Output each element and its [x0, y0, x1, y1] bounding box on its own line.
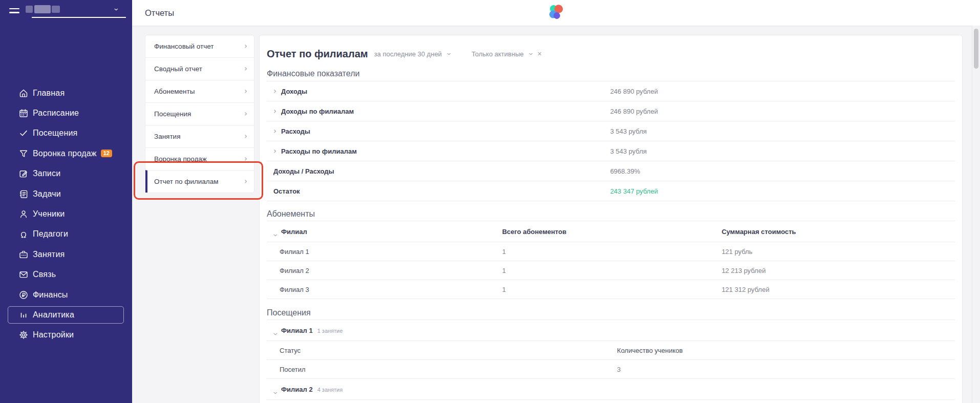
sidebar-item-label: Занятия	[33, 250, 65, 259]
visits-table: › Филиал 1 1 занятие Статус Количество у…	[267, 320, 955, 403]
subscriptions-header-row[interactable]: › Филиал Всего абонементов Суммарная сто…	[267, 221, 955, 242]
reports-menu-item-visits[interactable]: Посещения ›	[145, 102, 254, 125]
sidebar-item-communication[interactable]: Связь	[0, 265, 132, 285]
student-icon	[18, 209, 29, 219]
visits-group-header-branch-2[interactable]: › Филиал 2 4 занятия	[267, 379, 955, 400]
ruble-icon	[18, 290, 29, 300]
sidebar-item-label: Воронка продаж	[33, 149, 97, 158]
section-financial-title: Финансовые показатели	[267, 69, 955, 78]
column-header: Суммарная стоимость	[721, 228, 796, 236]
status-cell: Посетил	[280, 366, 306, 373]
bar-chart-icon	[18, 310, 29, 320]
visits-group-header-branch-1[interactable]: › Филиал 1 1 занятие	[267, 320, 955, 341]
chevron-right-icon: ›	[244, 155, 247, 163]
notebook-icon	[18, 189, 29, 199]
sidebar-item-home[interactable]: Главная	[0, 83, 132, 103]
financial-row-expenses[interactable]: › Расходы 3 543 рубля	[267, 121, 955, 141]
subscriptions-table: › Филиал Всего абонементов Суммарная сто…	[267, 221, 955, 299]
teacher-icon	[18, 229, 29, 239]
reports-menu-item-summary-report[interactable]: Сводный отчет ›	[145, 57, 254, 80]
financial-row-income-by-branch[interactable]: › Доходы по филиалам 246 890 рублей	[267, 101, 955, 121]
row-value: 3 543 рубля	[610, 147, 647, 155]
sidebar-item-attendance[interactable]: Посещения	[0, 123, 132, 143]
status-filter-dropdown[interactable]: Только активные › ×	[472, 50, 542, 58]
sidebar-item-schedule[interactable]: Расписание	[0, 103, 132, 123]
row-label: Расходы	[281, 128, 310, 135]
sidebar-nav: Главная Расписание Посещения Воронка про…	[0, 83, 132, 345]
organization-selector[interactable]: ›	[24, 3, 129, 19]
sidebar-item-teachers[interactable]: Педагоги	[0, 224, 132, 244]
close-icon[interactable]: ×	[538, 50, 542, 58]
reports-menu-item-sales-funnel[interactable]: Воронка продаж ›	[145, 147, 254, 170]
chevron-down-icon: ›	[271, 234, 279, 237]
amount-cell: 121 рубль	[721, 248, 752, 256]
amount-cell: 121 312 рублей	[721, 286, 769, 293]
chevron-right-icon: ›	[244, 110, 247, 118]
column-header: Всего абонементов	[502, 228, 567, 236]
sidebar: › Главная Расписание Посещения	[0, 0, 132, 403]
check-icon	[18, 128, 29, 138]
chevron-right-icon: ›	[244, 88, 247, 95]
sidebar-item-finance[interactable]: Финансы	[0, 285, 132, 305]
row-value: 6968.39%	[610, 167, 641, 175]
chevron-right-icon: ›	[244, 178, 247, 185]
column-header: Статус	[280, 347, 301, 354]
chevron-right-icon: ›	[273, 108, 276, 115]
table-row: Посетил 3	[267, 360, 955, 379]
row-label: Доходы / Расходы	[273, 167, 334, 175]
visits-subheader-row: Статус Количество учеников	[267, 400, 955, 403]
sidebar-item-settings[interactable]: Настройки	[0, 325, 132, 345]
content-area: Финансовый отчет › Сводный отчет › Абоне…	[132, 26, 980, 403]
sidebar-item-students[interactable]: Ученики	[0, 204, 132, 224]
sidebar-item-label: Финансы	[33, 290, 68, 300]
count-cell: 1	[502, 248, 506, 256]
reports-menu-item-classes[interactable]: Занятия ›	[145, 125, 254, 147]
sidebar-item-classes[interactable]: Занятия	[0, 244, 132, 264]
sidebar-item-label: Посещения	[33, 129, 77, 138]
financial-row-expenses-by-branch[interactable]: › Расходы по филиалам 3 543 рубля	[267, 141, 955, 161]
table-row: Филиал 1 1 121 рубль	[267, 242, 955, 261]
funnel-icon	[18, 149, 29, 159]
count-cell: 3	[617, 366, 621, 373]
reports-menu: Финансовый отчет › Сводный отчет › Абоне…	[145, 35, 254, 193]
financial-row-income[interactable]: › Доходы 246 890 рублей	[267, 81, 955, 101]
sidebar-item-label: Связь	[33, 270, 56, 279]
scrollbar-thumb[interactable]	[974, 29, 978, 69]
table-row: Филиал 3 1 121 312 рублей	[267, 280, 955, 299]
home-icon	[18, 88, 29, 98]
menu-item-label: Финансовый отчет	[154, 43, 214, 50]
sidebar-item-label: Ученики	[33, 209, 65, 219]
column-header: Количество учеников	[617, 347, 683, 354]
row-label: Остаток	[273, 187, 300, 195]
sidebar-item-sales-funnel[interactable]: Воронка продаж 12	[0, 143, 132, 163]
period-filter-dropdown[interactable]: за последние 30 дней ›	[374, 50, 450, 58]
report-panel: Отчет по филиалам за последние 30 дней ›…	[259, 35, 963, 403]
reports-menu-item-subscriptions[interactable]: Абонементы ›	[145, 80, 254, 102]
reports-menu-item-branch-report[interactable]: Отчет по филиалам ›	[145, 170, 254, 193]
top-header: Отчеты	[132, 0, 980, 26]
menu-item-label: Сводный отчет	[154, 65, 202, 73]
scrollbar-track[interactable]	[972, 26, 980, 403]
sidebar-item-label: Расписание	[33, 109, 79, 118]
sidebar-item-label: Главная	[33, 89, 65, 98]
mail-icon	[18, 269, 29, 280]
sidebar-item-tasks[interactable]: Задачи	[0, 184, 132, 204]
org-selector-underline	[32, 17, 126, 18]
chevron-right-icon: ›	[244, 133, 247, 140]
sidebar-item-label: Записи	[33, 169, 60, 178]
menu-item-label: Отчет по филиалам	[154, 178, 219, 185]
menu-toggle-button[interactable]	[9, 8, 20, 15]
sidebar-item-records[interactable]: Записи	[0, 164, 132, 184]
chevron-right-icon: ›	[273, 147, 276, 155]
row-label: Доходы	[281, 88, 307, 95]
amount-cell: 12 213 рублей	[721, 267, 765, 274]
sidebar-item-label: Аналитика	[33, 310, 74, 320]
chevron-right-icon: ›	[273, 128, 276, 135]
chevron-down-icon: ›	[112, 8, 120, 11]
reports-menu-item-financial-report[interactable]: Финансовый отчет ›	[145, 35, 254, 57]
chevron-right-icon: ›	[244, 65, 247, 73]
financial-row-income-expense-ratio: Доходы / Расходы 6968.39%	[267, 161, 955, 181]
sidebar-item-analytics[interactable]: Аналитика	[0, 305, 132, 325]
row-label: Доходы по филиалам	[281, 108, 354, 115]
gear-icon	[18, 330, 29, 340]
